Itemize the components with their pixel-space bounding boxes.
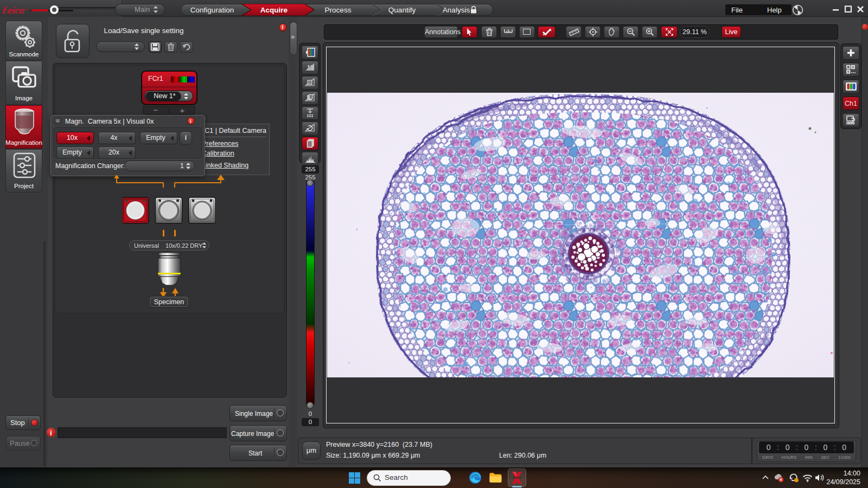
svg-text:Leica: Leica [3, 5, 25, 16]
svg-text:Configuration: Configuration [190, 6, 234, 14]
svg-text:M: M [308, 65, 312, 70]
svg-text:Acquire: Acquire [260, 6, 288, 14]
svg-text:Quantify: Quantify [388, 6, 416, 14]
svg-text:Process: Process [325, 6, 352, 14]
svg-text:290.06 um: 290.06 um [564, 228, 582, 232]
svg-text:Analysis: Analysis [443, 6, 470, 14]
